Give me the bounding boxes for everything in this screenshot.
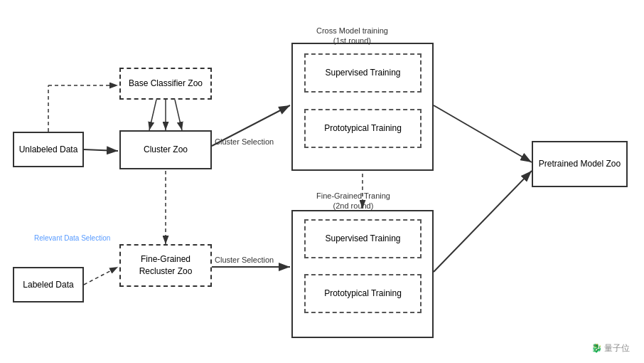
diagram-canvas: Unlabeled Data Labeled Data Base Classif… [0,0,644,363]
supervised-training-2-label: Supervised Training [325,233,400,245]
pretrained-model-zoo-label: Pretrained Model Zoo [539,158,621,170]
base-classifier-zoo-label: Base Classifier Zoo [129,78,203,90]
cluster-zoo-label: Cluster Zoo [144,144,188,156]
base-classifier-zoo-box: Base Classifier Zoo [119,68,212,100]
watermark: 🐉 量子位 [591,342,630,354]
watermark-text: 🐉 量子位 [591,343,630,353]
svg-line-2 [84,149,118,151]
labeled-data-box: Labeled Data [13,267,84,302]
cluster-selection-2-label: Cluster Selection [215,255,274,265]
svg-line-9 [434,105,532,162]
cluster-selection-1-label: Cluster Selection [215,137,274,147]
supervised-training-1-box: Supervised Training [304,53,422,93]
svg-line-5 [175,100,182,130]
fine-grained-recluster-box: Fine-GrainedRecluster Zoo [119,244,212,287]
supervised-training-2-box: Supervised Training [304,219,422,258]
prototypical-training-2-box: Prototypical Training [304,274,422,313]
unlabeled-data-box: Unlabeled Data [13,132,84,167]
svg-line-3 [149,100,156,130]
labeled-data-label: Labeled Data [23,279,73,291]
cluster-zoo-box: Cluster Zoo [119,130,212,169]
relevant-data-label: Relevant Data Selection [34,233,110,243]
prototypical-training-2-label: Prototypical Training [324,288,402,300]
fine-grained-recluster-label: Fine-GrainedRecluster Zoo [139,253,193,278]
prototypical-training-1-box: Prototypical Training [304,109,422,148]
fine-grained-title-label: Fine-Grained Traning(2nd round) [316,191,390,211]
svg-line-10 [434,171,532,272]
svg-line-13 [84,267,118,285]
prototypical-training-1-label: Prototypical Training [324,122,402,135]
supervised-training-1-label: Supervised Training [325,67,400,79]
cross-model-title-label: Cross Model training(1st round) [316,26,388,46]
pretrained-model-zoo-box: Pretrained Model Zoo [532,141,628,187]
unlabeled-data-label: Unlabeled Data [19,144,78,156]
